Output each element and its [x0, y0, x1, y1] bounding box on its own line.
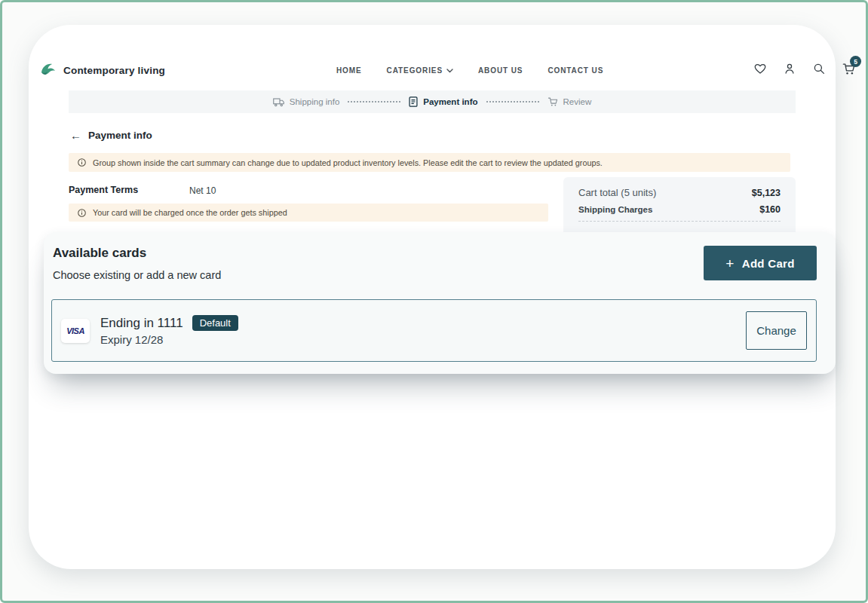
cart-icon[interactable]: 5	[842, 62, 855, 75]
summary-divider	[578, 221, 781, 222]
nav-categories-label: CATEGORIES	[387, 66, 443, 75]
stepper-connector	[486, 101, 539, 103]
shipping-charges-value: $160	[759, 204, 781, 215]
cart-total-value: $5,123	[752, 188, 781, 198]
main-nav: HOME CATEGORIES ABOUT US CONTACT US	[336, 66, 603, 75]
cart-small-icon	[547, 96, 558, 107]
back-arrow-icon[interactable]: ←	[70, 130, 81, 141]
heart-icon[interactable]	[753, 62, 767, 75]
user-icon[interactable]	[783, 62, 796, 75]
cart-total-row: Cart total (5 units) $5,123	[578, 187, 781, 198]
page-background: Contemporary living HOME CATEGORIES ABOU…	[0, 0, 868, 603]
change-card-button[interactable]: Change	[746, 311, 807, 350]
nav-contact-us[interactable]: CONTACT US	[547, 66, 603, 75]
info-icon	[78, 209, 86, 217]
step-payment-info[interactable]: Payment info	[409, 96, 477, 107]
saved-card-row[interactable]: VISA Ending in 1111 Default Expiry 12/28…	[51, 299, 817, 362]
shipping-charges-label: Shipping Charges	[578, 205, 652, 214]
panel-subtitle: Choose existing or add a new card	[53, 269, 221, 281]
add-card-label: Add Card	[742, 257, 795, 270]
shipping-charges-row: Shipping Charges $160	[578, 204, 781, 215]
charge-note-banner: Your card will be charged once the order…	[69, 204, 548, 222]
inventory-notice-banner: Group shown inside the cart summary can …	[69, 153, 790, 172]
step-shipping-info[interactable]: Shipping info	[273, 97, 340, 107]
truck-icon	[273, 97, 284, 107]
cart-badge: 5	[850, 56, 861, 67]
payment-terms-label: Payment Terms	[69, 185, 138, 195]
chevron-down-icon	[446, 69, 453, 73]
checkout-stepper: Shipping info Payment info	[69, 90, 796, 113]
nav-about-us[interactable]: ABOUT US	[478, 66, 523, 75]
nav-about-us-label: ABOUT US	[478, 66, 523, 75]
stepper-connector	[348, 101, 400, 103]
nav-home-label: HOME	[336, 66, 362, 75]
cart-total-label: Cart total (5 units)	[578, 187, 656, 198]
bird-icon	[39, 61, 57, 79]
brand-name: Contemporary living	[63, 65, 165, 76]
default-badge: Default	[192, 315, 238, 331]
inventory-notice-text: Group shown inside the cart summary can …	[93, 158, 603, 167]
storefront-window: Contemporary living HOME CATEGORIES ABOU…	[29, 25, 836, 569]
receipt-icon	[409, 96, 418, 107]
charge-note-text: Your card will be charged once the order…	[93, 208, 287, 217]
nav-home[interactable]: HOME	[336, 66, 362, 75]
step-review-label: Review	[563, 97, 592, 106]
nav-contact-us-label: CONTACT US	[547, 66, 603, 75]
brand-logo[interactable]: Contemporary living	[39, 61, 165, 79]
header-actions: 5	[753, 62, 855, 75]
info-icon	[78, 158, 86, 167]
card-line-primary: Ending in 1111 Default	[100, 315, 238, 331]
payment-terms-value: Net 10	[189, 185, 216, 196]
available-cards-panel: Available cards Choose existing or add a…	[44, 232, 836, 374]
visa-wordmark: VISA	[66, 326, 84, 335]
card-details: Ending in 1111 Default Expiry 12/28	[100, 315, 238, 346]
card-ending-text: Ending in 1111	[100, 316, 183, 331]
visa-logo: VISA	[61, 319, 90, 343]
page-title: Payment info	[88, 130, 152, 141]
cart-summary: Cart total (5 units) $5,123 Shipping Cha…	[563, 177, 796, 234]
search-icon[interactable]	[812, 62, 826, 75]
panel-title: Available cards	[53, 246, 146, 261]
add-card-button[interactable]: + Add Card	[704, 246, 817, 280]
nav-categories[interactable]: CATEGORIES	[387, 66, 453, 75]
page-heading: ← Payment info	[70, 130, 152, 141]
step-shipping-label: Shipping info	[290, 97, 340, 106]
step-review[interactable]: Review	[547, 96, 592, 107]
step-payment-label: Payment info	[423, 97, 477, 106]
plus-icon: +	[725, 256, 734, 271]
card-expiry-text: Expiry 12/28	[100, 333, 238, 346]
